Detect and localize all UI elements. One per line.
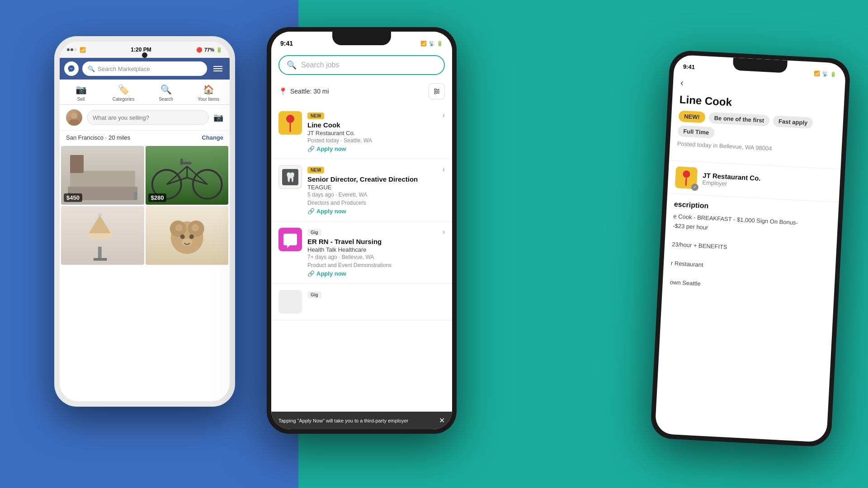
tag-fast-apply: Fast apply bbox=[773, 115, 813, 129]
health-talk-logo bbox=[278, 228, 302, 251]
job-company-1: JT Restaurant Co. bbox=[307, 130, 437, 136]
job-card-partial[interactable]: Gig bbox=[271, 284, 452, 320]
product-card-bike[interactable]: $280 bbox=[146, 146, 229, 205]
phone3-time: 9:41 bbox=[683, 63, 695, 70]
sell-form: 📷 bbox=[60, 105, 230, 131]
categories-label: Categories bbox=[113, 97, 134, 102]
employer-info: JT Restaurant Co. Employer bbox=[702, 171, 761, 189]
job-company-2: TEAGUE bbox=[307, 184, 437, 191]
location-label: Seattle: 30 mi bbox=[290, 88, 329, 95]
job-meta-3: 7+ days ago · Bellevue, WA bbox=[307, 254, 437, 260]
job-title-3: ER RN - Travel Nursing bbox=[307, 238, 437, 245]
tooltip-close-button[interactable]: ✕ bbox=[439, 416, 445, 425]
phone2-time: 9:41 bbox=[280, 40, 293, 47]
product-grid: $450 $280 bbox=[60, 145, 230, 266]
tooltip-text: Tapping "Apply Now" will take you to a t… bbox=[278, 418, 439, 423]
location-pin-icon: 📍 bbox=[278, 87, 288, 96]
svg-rect-12 bbox=[94, 258, 107, 261]
phone1-marketplace: 📶 1:20 PM 🔴 77% 🔋 🔍 Search Marketplace bbox=[54, 36, 235, 407]
search-icon-tab: 🔍 bbox=[160, 84, 172, 95]
job-badge-gig-2: Gig bbox=[307, 291, 321, 298]
change-location-button[interactable]: Change bbox=[202, 134, 223, 141]
job-company-3: Health Talk Healthcare bbox=[307, 246, 437, 253]
phone1-camera bbox=[142, 52, 147, 58]
job-tags: NEW! Be one of the first Fast apply Full… bbox=[678, 110, 836, 145]
chevron-right-2: › bbox=[443, 165, 445, 174]
desc-title-partial: escription bbox=[674, 200, 708, 210]
job-card-er-rn[interactable]: Gig ER RN - Travel Nursing Health Talk H… bbox=[271, 221, 452, 284]
tab-your-items[interactable]: 🏠 Your Items bbox=[187, 80, 230, 104]
apply-link-2[interactable]: 🔗 Apply now bbox=[307, 208, 437, 215]
job-detail-title: Line Cook bbox=[679, 93, 837, 114]
phone1-time: 1:20 PM bbox=[131, 47, 151, 53]
tag-full-time: Full Time bbox=[678, 125, 715, 138]
svg-point-15 bbox=[98, 213, 102, 217]
svg-point-19 bbox=[175, 224, 182, 231]
job-card-line-cook[interactable]: NEW Line Cook JT Restaurant Co. Posted t… bbox=[271, 105, 452, 159]
search-icon-jobs: 🔍 bbox=[287, 60, 297, 70]
job-card-senior-director[interactable]: 🦷 NEW Senior Director, Creative Directio… bbox=[271, 159, 452, 221]
svg-point-22 bbox=[189, 235, 193, 239]
job-badge-new-2: NEW bbox=[307, 167, 324, 174]
tab-sell[interactable]: 📷 Sell bbox=[60, 80, 102, 104]
phone1-nav-bar: 🔍 Search Marketplace bbox=[60, 58, 230, 80]
teague-logo: 🦷 bbox=[278, 165, 302, 189]
phone1-status-dots: 📶 bbox=[67, 47, 86, 53]
job-badge-gig-1: Gig bbox=[307, 229, 321, 236]
product-price-sofa: $450 bbox=[64, 193, 82, 202]
svg-point-28 bbox=[437, 90, 439, 92]
employer-logo: ✓ bbox=[675, 166, 698, 189]
marketplace-search-placeholder: Search Marketplace bbox=[98, 66, 150, 72]
sell-label: Sell bbox=[77, 97, 85, 102]
chevron-right-3: › bbox=[443, 228, 445, 236]
external-link-icon-3: 🔗 bbox=[307, 270, 315, 277]
tag-first: Be one of the first bbox=[708, 112, 770, 127]
job-title-2: Senior Director, Creative Direction bbox=[307, 175, 437, 183]
apply-link-3[interactable]: 🔗 Apply now bbox=[307, 270, 437, 277]
tooltip-bar: Tapping "Apply Now" will take you to a t… bbox=[271, 412, 452, 429]
location-text: San Francisco · 20 miles bbox=[66, 134, 130, 141]
svg-point-27 bbox=[434, 89, 436, 90]
location-left: 📍 Seattle: 30 mi bbox=[278, 87, 329, 96]
description-text: e Cook - BREAKFAST - $1,000 Sign On Bonu… bbox=[670, 212, 830, 295]
job-info-senior-director: NEW Senior Director, Creative Direction … bbox=[307, 165, 437, 215]
jobs-search-box[interactable]: 🔍 Search jobs bbox=[278, 55, 445, 75]
filter-button[interactable] bbox=[429, 83, 445, 99]
job-info-er-rn: Gig ER RN - Travel Nursing Health Talk H… bbox=[307, 228, 437, 277]
user-avatar bbox=[66, 109, 82, 126]
jt-restaurant-logo bbox=[278, 111, 302, 135]
messenger-icon[interactable] bbox=[64, 61, 79, 76]
svg-point-0 bbox=[71, 113, 77, 119]
job-detail-header: ‹ Line Cook NEW! Be one of the first Fas… bbox=[669, 74, 845, 170]
svg-point-20 bbox=[191, 224, 198, 231]
chevron-right-1: › bbox=[443, 111, 445, 119]
tab-search[interactable]: 🔍 Search bbox=[145, 80, 187, 104]
jobs-search-placeholder: Search jobs bbox=[301, 61, 340, 69]
svg-marker-14 bbox=[89, 215, 111, 233]
search-label: Search bbox=[159, 97, 173, 102]
job-info-line-cook: NEW Line Cook JT Restaurant Co. Posted t… bbox=[307, 111, 437, 152]
jobs-list: NEW Line Cook JT Restaurant Co. Posted t… bbox=[271, 105, 452, 347]
marketplace-search-bar[interactable]: 🔍 Search Marketplace bbox=[82, 61, 207, 76]
tab-categories[interactable]: 🏷️ Categories bbox=[102, 80, 145, 104]
job-badge-new-1: NEW bbox=[307, 113, 324, 119]
search-icon-fb: 🔍 bbox=[88, 66, 95, 72]
profile-menu-icon[interactable] bbox=[211, 61, 225, 76]
job-info-partial: Gig bbox=[307, 290, 445, 300]
jobs-search-container: 🔍 Search jobs bbox=[271, 52, 452, 80]
svg-rect-10 bbox=[180, 159, 183, 165]
svg-point-21 bbox=[180, 235, 184, 239]
your-items-icon: 🏠 bbox=[203, 84, 214, 95]
job-category-3: Product and Event Demonstrations bbox=[307, 262, 437, 268]
camera-icon[interactable]: 📷 bbox=[213, 113, 223, 122]
product-card-lamp[interactable] bbox=[61, 206, 144, 265]
marketplace-tabs: 📷 Sell 🏷️ Categories 🔍 Search 🏠 Your Ite… bbox=[60, 80, 230, 105]
sell-input[interactable] bbox=[87, 110, 209, 125]
apply-link-1[interactable]: 🔗 Apply now bbox=[307, 145, 437, 152]
product-price-bike: $280 bbox=[148, 193, 167, 202]
product-card-bear[interactable] bbox=[146, 206, 229, 265]
your-items-label: Your Items bbox=[198, 97, 219, 102]
external-link-icon-1: 🔗 bbox=[307, 145, 315, 152]
product-card-sofa[interactable]: $450 bbox=[61, 146, 144, 205]
svg-point-1 bbox=[69, 119, 80, 126]
